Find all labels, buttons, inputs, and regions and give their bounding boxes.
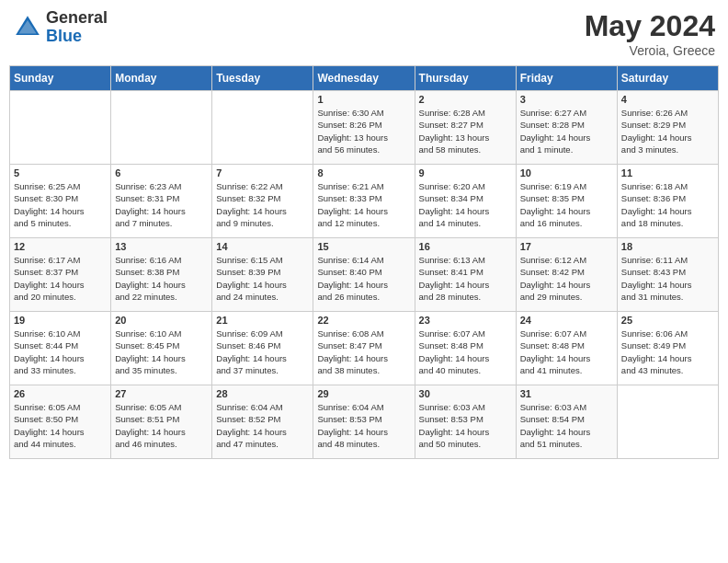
day-cell: 2Sunrise: 6:28 AMSunset: 8:27 PMDaylight… bbox=[415, 91, 516, 165]
day-number: 20 bbox=[115, 315, 208, 326]
day-cell: 6Sunrise: 6:23 AMSunset: 8:31 PMDaylight… bbox=[111, 165, 212, 238]
day-cell: 18Sunrise: 6:11 AMSunset: 8:43 PMDayligh… bbox=[617, 238, 718, 312]
day-number: 5 bbox=[14, 167, 107, 178]
day-info: Sunrise: 6:26 AMSunset: 8:29 PMDaylight:… bbox=[621, 107, 714, 155]
day-number: 25 bbox=[621, 315, 714, 326]
day-number: 29 bbox=[317, 388, 410, 399]
day-number: 26 bbox=[14, 388, 107, 399]
day-info: Sunrise: 6:07 AMSunset: 8:48 PMDaylight:… bbox=[520, 327, 613, 376]
header-day-friday: Friday bbox=[516, 66, 617, 91]
day-number: 7 bbox=[216, 167, 309, 178]
day-cell bbox=[10, 91, 111, 165]
day-info: Sunrise: 6:17 AMSunset: 8:37 PMDaylight:… bbox=[14, 254, 107, 303]
header-day-tuesday: Tuesday bbox=[212, 66, 313, 91]
day-cell: 16Sunrise: 6:13 AMSunset: 8:41 PMDayligh… bbox=[415, 238, 516, 312]
day-info: Sunrise: 6:12 AMSunset: 8:42 PMDaylight:… bbox=[520, 254, 613, 303]
day-cell: 21Sunrise: 6:09 AMSunset: 8:46 PMDayligh… bbox=[212, 312, 313, 385]
day-info: Sunrise: 6:18 AMSunset: 8:36 PMDaylight:… bbox=[621, 180, 714, 229]
day-info: Sunrise: 6:08 AMSunset: 8:47 PMDaylight:… bbox=[317, 327, 410, 376]
day-cell: 26Sunrise: 6:05 AMSunset: 8:50 PMDayligh… bbox=[10, 385, 111, 459]
day-info: Sunrise: 6:28 AMSunset: 8:27 PMDaylight:… bbox=[419, 107, 512, 155]
day-cell: 20Sunrise: 6:10 AMSunset: 8:45 PMDayligh… bbox=[111, 312, 212, 385]
calendar-body: 1Sunrise: 6:30 AMSunset: 8:26 PMDaylight… bbox=[10, 91, 719, 459]
day-cell bbox=[111, 91, 212, 165]
day-cell: 25Sunrise: 6:06 AMSunset: 8:49 PMDayligh… bbox=[617, 312, 718, 385]
day-info: Sunrise: 6:15 AMSunset: 8:39 PMDaylight:… bbox=[216, 254, 309, 303]
day-cell: 15Sunrise: 6:14 AMSunset: 8:40 PMDayligh… bbox=[313, 238, 415, 312]
day-number: 12 bbox=[14, 241, 107, 252]
day-info: Sunrise: 6:04 AMSunset: 8:52 PMDaylight:… bbox=[216, 401, 309, 450]
day-number: 30 bbox=[419, 388, 512, 399]
day-cell: 13Sunrise: 6:16 AMSunset: 8:38 PMDayligh… bbox=[111, 238, 212, 312]
day-number: 17 bbox=[520, 241, 613, 252]
day-number: 3 bbox=[520, 94, 613, 105]
day-number: 27 bbox=[115, 388, 208, 399]
day-info: Sunrise: 6:14 AMSunset: 8:40 PMDaylight:… bbox=[317, 254, 410, 303]
day-cell: 19Sunrise: 6:10 AMSunset: 8:44 PMDayligh… bbox=[10, 312, 111, 385]
day-cell bbox=[617, 385, 718, 459]
day-number: 19 bbox=[14, 315, 107, 326]
week-row-5: 26Sunrise: 6:05 AMSunset: 8:50 PMDayligh… bbox=[10, 385, 719, 459]
header-row: SundayMondayTuesdayWednesdayThursdayFrid… bbox=[10, 66, 719, 91]
day-cell: 30Sunrise: 6:03 AMSunset: 8:53 PMDayligh… bbox=[415, 385, 516, 459]
week-row-1: 1Sunrise: 6:30 AMSunset: 8:26 PMDaylight… bbox=[10, 91, 719, 165]
header-day-monday: Monday bbox=[111, 66, 212, 91]
day-number: 9 bbox=[419, 167, 512, 178]
day-cell: 17Sunrise: 6:12 AMSunset: 8:42 PMDayligh… bbox=[516, 238, 617, 312]
day-cell: 4Sunrise: 6:26 AMSunset: 8:29 PMDaylight… bbox=[617, 91, 718, 165]
day-info: Sunrise: 6:20 AMSunset: 8:34 PMDaylight:… bbox=[419, 180, 512, 229]
day-cell: 29Sunrise: 6:04 AMSunset: 8:53 PMDayligh… bbox=[313, 385, 415, 459]
day-number: 6 bbox=[115, 167, 208, 178]
day-info: Sunrise: 6:27 AMSunset: 8:28 PMDaylight:… bbox=[520, 107, 613, 155]
day-number: 10 bbox=[520, 167, 613, 178]
month-year: May 2024 bbox=[585, 9, 715, 43]
day-info: Sunrise: 6:11 AMSunset: 8:43 PMDaylight:… bbox=[621, 254, 714, 303]
day-cell: 27Sunrise: 6:05 AMSunset: 8:51 PMDayligh… bbox=[111, 385, 212, 459]
day-cell: 9Sunrise: 6:20 AMSunset: 8:34 PMDaylight… bbox=[415, 165, 516, 238]
day-cell: 23Sunrise: 6:07 AMSunset: 8:48 PMDayligh… bbox=[415, 312, 516, 385]
logo-text: General Blue bbox=[46, 9, 108, 46]
day-info: Sunrise: 6:09 AMSunset: 8:46 PMDaylight:… bbox=[216, 327, 309, 376]
title-block: May 2024 Veroia, Greece bbox=[585, 9, 715, 58]
header-day-wednesday: Wednesday bbox=[313, 66, 415, 91]
day-number: 14 bbox=[216, 241, 309, 252]
day-number: 23 bbox=[419, 315, 512, 326]
day-cell: 24Sunrise: 6:07 AMSunset: 8:48 PMDayligh… bbox=[516, 312, 617, 385]
day-cell bbox=[212, 91, 313, 165]
day-info: Sunrise: 6:22 AMSunset: 8:32 PMDaylight:… bbox=[216, 180, 309, 229]
day-number: 15 bbox=[317, 241, 410, 252]
day-info: Sunrise: 6:23 AMSunset: 8:31 PMDaylight:… bbox=[115, 180, 208, 229]
day-info: Sunrise: 6:21 AMSunset: 8:33 PMDaylight:… bbox=[317, 180, 410, 229]
day-info: Sunrise: 6:16 AMSunset: 8:38 PMDaylight:… bbox=[115, 254, 208, 303]
day-cell: 12Sunrise: 6:17 AMSunset: 8:37 PMDayligh… bbox=[10, 238, 111, 312]
day-cell: 7Sunrise: 6:22 AMSunset: 8:32 PMDaylight… bbox=[212, 165, 313, 238]
header-day-thursday: Thursday bbox=[415, 66, 516, 91]
day-number: 16 bbox=[419, 241, 512, 252]
header-day-saturday: Saturday bbox=[617, 66, 718, 91]
day-cell: 22Sunrise: 6:08 AMSunset: 8:47 PMDayligh… bbox=[313, 312, 415, 385]
day-info: Sunrise: 6:10 AMSunset: 8:44 PMDaylight:… bbox=[14, 327, 107, 376]
day-cell: 31Sunrise: 6:03 AMSunset: 8:54 PMDayligh… bbox=[516, 385, 617, 459]
day-info: Sunrise: 6:04 AMSunset: 8:53 PMDaylight:… bbox=[317, 401, 410, 450]
day-info: Sunrise: 6:10 AMSunset: 8:45 PMDaylight:… bbox=[115, 327, 208, 376]
day-number: 31 bbox=[520, 388, 613, 399]
day-info: Sunrise: 6:30 AMSunset: 8:26 PMDaylight:… bbox=[317, 107, 410, 155]
day-cell: 28Sunrise: 6:04 AMSunset: 8:52 PMDayligh… bbox=[212, 385, 313, 459]
day-cell: 14Sunrise: 6:15 AMSunset: 8:39 PMDayligh… bbox=[212, 238, 313, 312]
logo-blue: Blue bbox=[46, 28, 108, 46]
week-row-2: 5Sunrise: 6:25 AMSunset: 8:30 PMDaylight… bbox=[10, 165, 719, 238]
calendar-header: SundayMondayTuesdayWednesdayThursdayFrid… bbox=[10, 66, 719, 91]
day-number: 21 bbox=[216, 315, 309, 326]
day-info: Sunrise: 6:03 AMSunset: 8:53 PMDaylight:… bbox=[419, 401, 512, 450]
calendar: SundayMondayTuesdayWednesdayThursdayFrid… bbox=[9, 65, 719, 459]
day-info: Sunrise: 6:25 AMSunset: 8:30 PMDaylight:… bbox=[14, 180, 107, 229]
day-cell: 1Sunrise: 6:30 AMSunset: 8:26 PMDaylight… bbox=[313, 91, 415, 165]
header-day-sunday: Sunday bbox=[10, 66, 111, 91]
day-info: Sunrise: 6:05 AMSunset: 8:51 PMDaylight:… bbox=[115, 401, 208, 450]
day-number: 18 bbox=[621, 241, 714, 252]
day-cell: 3Sunrise: 6:27 AMSunset: 8:28 PMDaylight… bbox=[516, 91, 617, 165]
day-cell: 11Sunrise: 6:18 AMSunset: 8:36 PMDayligh… bbox=[617, 165, 718, 238]
day-cell: 5Sunrise: 6:25 AMSunset: 8:30 PMDaylight… bbox=[10, 165, 111, 238]
day-number: 22 bbox=[317, 315, 410, 326]
day-number: 2 bbox=[419, 94, 512, 105]
